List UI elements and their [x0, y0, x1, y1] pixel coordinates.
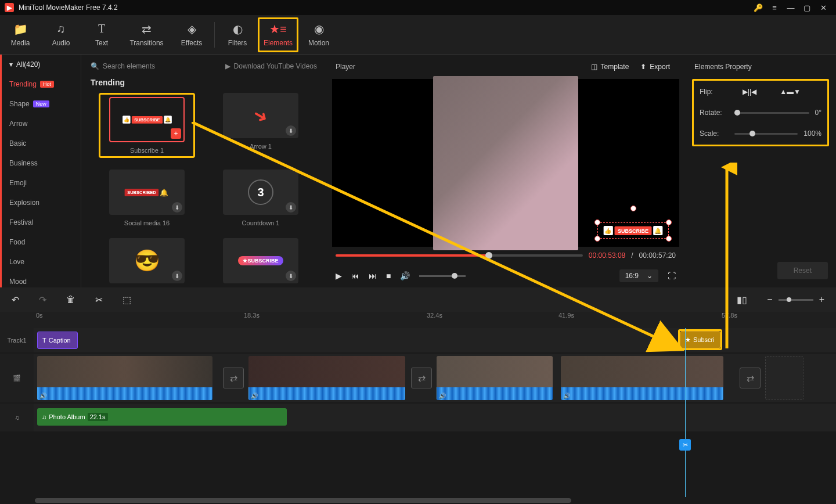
zoom-out-icon[interactable]: − [767, 294, 772, 305]
crop-button[interactable]: ⬚ [122, 294, 131, 305]
maximize-icon[interactable]: ▢ [799, 0, 815, 15]
sidebar-item-food[interactable]: Food [0, 232, 81, 252]
rotate-slider[interactable] [734, 112, 809, 114]
next-button[interactable]: ⏭ [369, 271, 377, 280]
close-icon[interactable]: ✕ [815, 0, 831, 15]
key-icon[interactable]: 🔑 [750, 0, 766, 15]
flip-horizontal-icon[interactable]: ▶||◀ [743, 88, 756, 96]
sidebar-item-festival[interactable]: Festival [0, 213, 81, 232]
playhead[interactable]: ✂ [685, 328, 686, 497]
transition-slot[interactable]: ⇄ [223, 368, 244, 388]
add-icon[interactable]: + [171, 128, 181, 139]
video-clip-1[interactable]: 🔊 [37, 356, 212, 400]
audio-clip[interactable]: ♫Photo Album 22.1s [37, 408, 287, 426]
card-smiling-face[interactable]: 😎⬇ Smiling face with su [99, 238, 195, 287]
element-overlay[interactable]: 👍SUBSCRIBE🔔 [597, 222, 669, 239]
download-icon[interactable]: ⬇ [172, 202, 182, 213]
tool-motion[interactable]: ◉Motion [298, 17, 339, 52]
video-clip-2[interactable]: 🔊 [248, 356, 405, 400]
tool-filters[interactable]: ◐Filters [217, 17, 258, 52]
content-panel: 🔍Search elements ▶Download YouTube Video… [81, 55, 326, 287]
time-separator: / [631, 251, 633, 260]
ruler[interactable]: 0s 18.3s 32.4s 41.9s 57.8s [0, 312, 836, 328]
sidebar-item-mood[interactable]: Mood [0, 272, 81, 287]
volume-slider[interactable] [419, 275, 466, 277]
download-icon[interactable]: ⬇ [172, 271, 182, 281]
undo-button[interactable]: ↶ [12, 294, 19, 305]
sidebar-item-basic[interactable]: Basic [0, 134, 81, 153]
flip-vertical-icon[interactable]: ▲▬▼ [780, 88, 801, 96]
aspect-select[interactable]: 16:9⌄ [619, 269, 658, 282]
reset-button[interactable]: Reset [777, 262, 828, 279]
preview-area[interactable]: 👍SUBSCRIBE🔔 [332, 79, 679, 247]
download-icon[interactable]: ⬇ [286, 271, 296, 281]
redo-button[interactable]: ↷ [39, 294, 46, 305]
download-youtube-link[interactable]: ▶Download YouTube Videos [225, 62, 317, 70]
tool-media[interactable]: 📁Media [0, 17, 41, 52]
progress-bar[interactable] [336, 254, 583, 257]
video-clip-3[interactable]: 🔊 [437, 356, 553, 400]
transition-slot[interactable]: ⇄ [411, 368, 432, 388]
filters-icon: ◐ [233, 23, 243, 35]
sidebar-item-explosion[interactable]: Explosion [0, 193, 81, 213]
tool-text[interactable]: TText [81, 17, 122, 52]
video-clip-placeholder[interactable] [765, 356, 803, 400]
video-clip-4[interactable]: 🔊 [561, 356, 723, 400]
export-button[interactable]: ⬆Export [635, 59, 676, 74]
card-social-media-9[interactable]: ★SUBSCRIBE⬇ Social media 9 [212, 238, 309, 287]
tool-elements[interactable]: ★≡Elements [258, 17, 298, 52]
effects-icon: ◈ [188, 23, 196, 35]
props-title: Elements Property [692, 55, 829, 79]
sidebar-item-arrow[interactable]: Arrow [0, 114, 81, 134]
zoom-control[interactable]: − + [767, 294, 824, 305]
tool-audio[interactable]: ♫Audio [41, 17, 81, 52]
prev-button[interactable]: ⏮ [351, 271, 359, 280]
time-total: 00:00:57:20 [639, 251, 676, 260]
tool-transitions[interactable]: ⇄Transitions [122, 17, 171, 52]
zoom-in-icon[interactable]: + [819, 294, 824, 305]
scale-slider[interactable] [734, 133, 798, 135]
minimize-icon[interactable]: — [783, 0, 799, 15]
download-icon[interactable]: ⬇ [286, 202, 296, 213]
stop-button[interactable]: ■ [386, 271, 391, 280]
sidebar-item-emoji[interactable]: Emoji [0, 173, 81, 193]
search-icon: 🔍 [91, 62, 99, 70]
music-icon: ♫ [57, 23, 66, 35]
delete-button[interactable]: 🗑 [66, 294, 75, 305]
volume-icon[interactable]: 🔊 [400, 271, 410, 280]
fit-button[interactable]: ▮▯ [737, 294, 747, 305]
sidebar-header[interactable]: ▾ All(420) [0, 55, 81, 74]
template-icon: ◫ [591, 63, 597, 71]
horizontal-scrollbar[interactable] [0, 497, 836, 504]
sidebar-item-trending[interactable]: TrendingHot [0, 74, 81, 94]
transition-slot[interactable]: ⇄ [740, 368, 761, 388]
card-social-media-16[interactable]: SUBSCRIBED🔔⬇ Social media 16 [99, 170, 195, 226]
sidebar-item-love[interactable]: Love [0, 252, 81, 272]
scale-label: Scale: [700, 129, 729, 138]
motion-icon: ◉ [314, 23, 324, 35]
search-input[interactable]: 🔍Search elements [91, 62, 155, 70]
time-current: 00:00:53:08 [589, 251, 625, 260]
fullscreen-button[interactable]: ⛶ [668, 271, 676, 280]
youtube-icon: ▶ [225, 62, 230, 70]
menu-icon[interactable]: ≡ [766, 0, 783, 15]
transitions-icon: ⇄ [142, 23, 152, 35]
card-arrow-1[interactable]: ➜⬇ Arrow 1 [212, 93, 309, 158]
template-button[interactable]: ◫Template [585, 59, 635, 74]
card-countdown-1[interactable]: 3⬇ Countdown 1 [212, 170, 309, 226]
sidebar-item-business[interactable]: Business [0, 153, 81, 173]
card-subscribe-1[interactable]: 👍SUBSCRIBE🔔 + Subscribe 1 [99, 93, 195, 158]
element-clip[interactable]: ★Subscri [680, 331, 720, 348]
app-title: MiniTool MovieMaker Free 7.4.2 [19, 3, 118, 12]
scale-value: 100% [803, 129, 821, 138]
play-button[interactable]: ▶ [336, 271, 342, 280]
track1-label: Track1 [0, 328, 34, 352]
text-icon: T [98, 23, 105, 35]
tool-effects[interactable]: ◈Effects [171, 17, 212, 52]
playhead-split-icon[interactable]: ✂ [679, 439, 691, 451]
sidebar-item-shape[interactable]: ShapeNew [0, 94, 81, 114]
split-button[interactable]: ✂ [95, 294, 103, 305]
download-icon[interactable]: ⬇ [286, 125, 296, 136]
export-icon: ⬆ [640, 63, 646, 71]
caption-clip[interactable]: TCaption [37, 332, 78, 349]
